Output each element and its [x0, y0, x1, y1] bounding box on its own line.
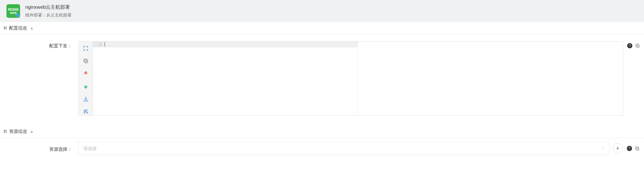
help-icon[interactable]: ? [627, 43, 632, 48]
logo-badge-icon [16, 13, 19, 17]
editor-toolbar [79, 41, 93, 115]
copy-field-icon[interactable] [635, 146, 640, 151]
svg-rect-3 [6, 28, 6, 29]
logo-text-1: NGiNX [8, 8, 18, 11]
svg-rect-8 [4, 130, 5, 131]
format-code-button[interactable] [81, 107, 90, 115]
copy-field-icon[interactable] [635, 43, 640, 48]
resource-label: 资源选择： [4, 145, 78, 152]
svg-rect-13 [636, 147, 638, 149]
add-resource-button[interactable]: + [613, 143, 623, 154]
expand-down-button[interactable] [81, 82, 90, 90]
page-header: NGiNX WEB nginxweb云主机部署 组件部署：从云主机部署 [0, 0, 644, 22]
svg-rect-11 [6, 132, 6, 133]
chevron-up-icon [30, 28, 33, 29]
section-header-config[interactable]: 配置信息 [0, 22, 644, 35]
fullscreen-button[interactable] [81, 44, 90, 52]
grip-icon [4, 27, 7, 30]
section-title-config: 配置信息 [9, 25, 27, 31]
copy-button[interactable] [81, 57, 90, 65]
chevron-up-icon [30, 131, 33, 133]
section-title-resource: 资源信息 [9, 129, 27, 135]
svg-rect-7 [636, 44, 638, 47]
page-title: nginxweb云主机部署 [25, 4, 72, 10]
page-subtitle: 组件部署：从云主机部署 [25, 12, 72, 18]
diff-editor[interactable]: 1 [78, 41, 623, 116]
grip-icon [4, 130, 7, 133]
collapse-up-button[interactable] [81, 69, 90, 77]
section-header-resource[interactable]: 资源信息 [0, 125, 644, 138]
resource-select[interactable] [78, 142, 609, 155]
resource-row: 资源选择： + ? [0, 138, 644, 161]
svg-rect-5 [84, 59, 87, 62]
editor-right-pane[interactable] [358, 41, 623, 115]
app-logo: NGiNX WEB [6, 4, 20, 18]
svg-rect-0 [4, 27, 5, 28]
line-number: 1 [93, 41, 103, 47]
svg-rect-2 [4, 28, 5, 29]
svg-rect-1 [6, 27, 6, 28]
editor-left-pane[interactable]: 1 [93, 41, 358, 115]
download-button[interactable] [81, 95, 90, 103]
svg-rect-12 [636, 147, 639, 150]
svg-rect-4 [85, 60, 88, 63]
svg-rect-6 [637, 45, 639, 47]
svg-rect-10 [4, 132, 5, 133]
svg-rect-9 [6, 130, 6, 131]
help-icon[interactable]: ? [627, 146, 632, 151]
config-row: 配置下发： 1 [0, 35, 644, 125]
config-label: 配置下发： [4, 41, 78, 49]
